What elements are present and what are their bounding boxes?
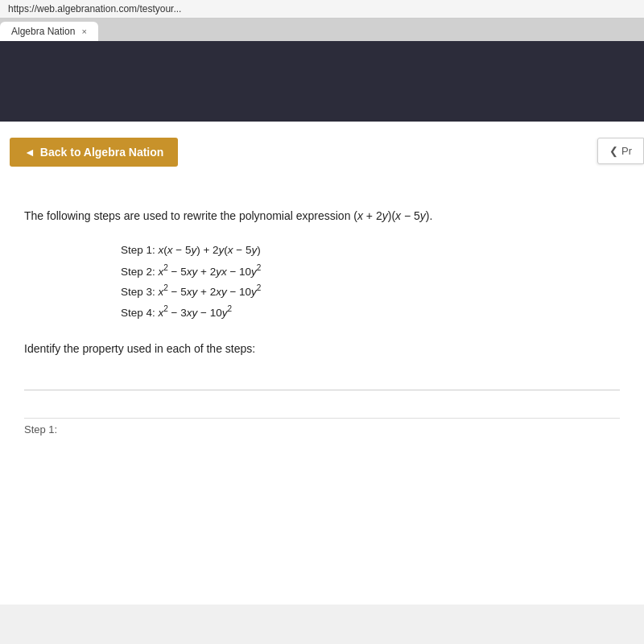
browser-tab[interactable]: Algebra Nation ×: [0, 22, 98, 41]
page-content: ◄ Back to Algebra Nation ❮ Pr The follow…: [0, 122, 644, 605]
tab-close-icon[interactable]: ×: [81, 27, 86, 36]
previous-button[interactable]: ❮ Pr: [597, 138, 644, 164]
back-to-algebranation-button[interactable]: ◄ Back to Algebra Nation: [10, 138, 178, 167]
identify-prompt: Identify the property used in each of th…: [24, 342, 620, 355]
step1-label: Step 1:: [24, 418, 620, 436]
browser-chrome: https://web.algebranation.com/testyour..…: [0, 0, 644, 41]
header-banner: [0, 41, 644, 122]
step-2: Step 2: x2 − 5xy + 2yx − 10y2: [121, 261, 261, 282]
prev-button-label: Pr: [621, 145, 632, 157]
url-bar: https://web.algebranation.com/testyour..…: [0, 0, 644, 19]
steps-container: Step 1: x(x − 5y) + 2y(x − 5y) Step 2: x…: [121, 241, 261, 323]
bottom-section: Step 1:: [0, 418, 644, 452]
step-4: Step 4: x2 − 3xy − 10y2: [121, 302, 261, 323]
prev-arrow-icon: ❮: [609, 145, 618, 157]
step-1: Step 1: x(x − 5y) + 2y(x − 5y): [121, 241, 261, 260]
tab-label: Algebra Nation: [11, 26, 75, 37]
answer-input-line: [24, 368, 620, 390]
back-button-label: Back to Algebra Nation: [40, 146, 164, 159]
step-3: Step 3: x2 − 5xy + 2xy − 10y2: [121, 281, 261, 302]
back-arrow-icon: ◄: [24, 146, 35, 159]
question-intro: The following steps are used to rewrite …: [24, 207, 620, 225]
question-area: The following steps are used to rewrite …: [0, 183, 644, 407]
tab-bar: Algebra Nation ×: [0, 19, 644, 41]
